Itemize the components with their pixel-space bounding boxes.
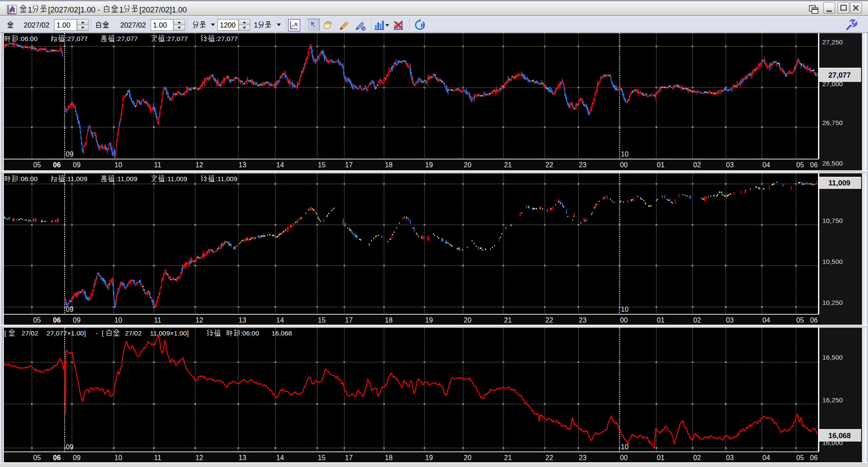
svg-text:2027/02: 2027/02 <box>120 21 146 29</box>
svg-text:[: [ <box>4 329 6 337</box>
svg-text:04: 04 <box>762 317 770 324</box>
svg-text:12: 12 <box>196 454 203 461</box>
svg-text::11,009: :11,009 <box>165 175 187 182</box>
svg-text:17: 17 <box>345 161 353 169</box>
svg-text:10,500: 10,500 <box>822 258 843 265</box>
svg-text:01: 01 <box>657 161 665 169</box>
svg-text:11: 11 <box>154 317 162 324</box>
svg-text:09: 09 <box>73 454 81 461</box>
svg-text:11,009×1.00]: 11,009×1.00] <box>150 329 189 337</box>
svg-text:16,500: 16,500 <box>822 354 843 361</box>
svg-text:10: 10 <box>621 150 629 158</box>
svg-text:27,077×1.00]: 27,077×1.00] <box>47 329 86 337</box>
svg-text:02: 02 <box>693 454 701 461</box>
svg-text:27,077: 27,077 <box>828 71 851 79</box>
svg-text:15: 15 <box>318 317 326 324</box>
svg-text:03: 03 <box>726 161 734 169</box>
svg-text::06:00: :06:00 <box>19 175 37 182</box>
svg-text:1: 1 <box>119 6 124 14</box>
svg-text:09: 09 <box>66 150 74 158</box>
svg-text:06: 06 <box>53 161 61 169</box>
svg-text:09: 09 <box>73 317 81 324</box>
svg-text:19: 19 <box>425 317 433 324</box>
svg-text:16,250: 16,250 <box>822 396 843 404</box>
svg-text:23: 23 <box>579 454 587 461</box>
svg-text:22: 22 <box>546 161 553 169</box>
svg-text:27,250: 27,250 <box>822 38 843 46</box>
svg-text:17: 17 <box>345 317 353 324</box>
svg-text:05: 05 <box>796 317 804 324</box>
svg-text:14: 14 <box>276 454 284 461</box>
svg-text:02: 02 <box>693 317 701 324</box>
svg-text:12: 12 <box>196 317 203 324</box>
svg-text:06: 06 <box>810 317 818 324</box>
svg-text:2027/02: 2027/02 <box>24 21 50 29</box>
svg-text:22: 22 <box>546 317 553 324</box>
svg-text:06: 06 <box>810 161 818 169</box>
svg-text:17: 17 <box>345 454 353 461</box>
svg-text::06:00: :06:00 <box>240 329 259 337</box>
svg-text:13: 13 <box>239 317 247 324</box>
svg-text:21: 21 <box>504 161 512 169</box>
svg-text:21: 21 <box>504 454 512 461</box>
svg-text:02: 02 <box>693 161 701 169</box>
svg-text:10: 10 <box>115 161 122 169</box>
svg-text:19: 19 <box>425 161 433 169</box>
svg-text:14: 14 <box>276 317 284 324</box>
svg-text::06:00: :06:00 <box>19 35 37 42</box>
svg-text:18: 18 <box>385 454 393 461</box>
svg-text:05: 05 <box>33 161 41 169</box>
svg-text:10,750: 10,750 <box>822 217 843 224</box>
svg-text:05: 05 <box>33 454 41 461</box>
svg-text:06: 06 <box>810 454 818 461</box>
svg-text:1.00: 1.00 <box>56 21 70 29</box>
svg-text:-: - <box>96 329 98 337</box>
svg-text:26,750: 26,750 <box>822 119 843 126</box>
svg-text::27,077: :27,077 <box>165 35 188 42</box>
svg-text::11,009: :11,009 <box>116 175 137 182</box>
svg-text:[: [ <box>102 329 104 337</box>
svg-text:20: 20 <box>464 161 471 169</box>
svg-text::11,009: :11,009 <box>215 175 237 182</box>
svg-text:10: 10 <box>621 306 629 313</box>
svg-text:[2027/02]1.00 -: [2027/02]1.00 - <box>48 6 100 14</box>
svg-text::27,077: :27,077 <box>116 35 138 42</box>
svg-text:18: 18 <box>385 161 393 169</box>
svg-text:19: 19 <box>425 454 433 461</box>
svg-text:10: 10 <box>621 443 629 451</box>
svg-text:09: 09 <box>66 443 74 451</box>
svg-text:1200: 1200 <box>220 21 236 29</box>
svg-text:09: 09 <box>73 161 81 169</box>
svg-text:27/02: 27/02 <box>22 329 38 337</box>
svg-text:11,009: 11,009 <box>828 179 850 187</box>
svg-text:06: 06 <box>53 317 61 324</box>
svg-text:22: 22 <box>546 454 553 461</box>
svg-text::11,009: :11,009 <box>66 175 87 182</box>
svg-text::27,077: :27,077 <box>215 35 238 42</box>
svg-text:13: 13 <box>239 454 247 461</box>
svg-text:05: 05 <box>33 317 41 324</box>
svg-text:11: 11 <box>154 454 162 461</box>
svg-text:12: 12 <box>196 161 203 169</box>
svg-text:1.00: 1.00 <box>153 21 167 29</box>
svg-text:26,500: 26,500 <box>822 160 843 167</box>
svg-text:01: 01 <box>657 454 665 461</box>
svg-text:03: 03 <box>726 454 734 461</box>
svg-text:15: 15 <box>318 454 326 461</box>
svg-text:1: 1 <box>28 6 32 14</box>
svg-text:R: R <box>421 22 425 29</box>
svg-text::27,077: :27,077 <box>66 35 88 42</box>
svg-text:18: 18 <box>385 317 393 324</box>
svg-text:[2027/02]1.00: [2027/02]1.00 <box>140 6 187 14</box>
svg-text:00: 00 <box>620 161 628 169</box>
svg-text:00: 00 <box>620 317 628 324</box>
svg-text:1: 1 <box>254 21 258 29</box>
svg-text:04: 04 <box>762 454 770 461</box>
svg-text:20: 20 <box>464 317 471 324</box>
svg-text:20: 20 <box>464 454 471 461</box>
svg-text:01: 01 <box>657 317 665 324</box>
svg-text:10,250: 10,250 <box>822 299 843 306</box>
svg-text:21: 21 <box>504 317 512 324</box>
svg-text:14: 14 <box>276 161 284 169</box>
svg-text:05: 05 <box>796 454 804 461</box>
